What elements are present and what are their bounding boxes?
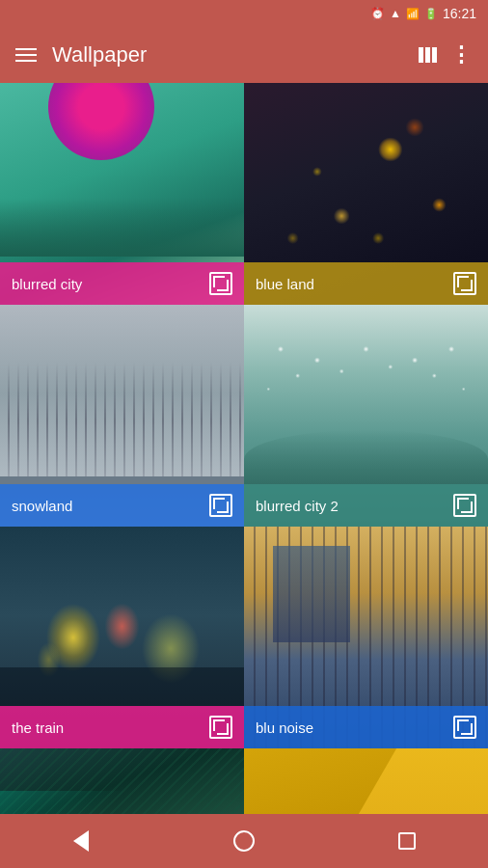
- wallpaper-name-snowland: snowland: [12, 498, 72, 514]
- recent-icon: [398, 832, 416, 850]
- wallpaper-grid: blurred city blue land snowland blurred …: [0, 83, 488, 854]
- grid-view-button[interactable]: [419, 47, 437, 63]
- expand-icon-the-train[interactable]: [209, 716, 232, 739]
- home-icon: [233, 830, 255, 852]
- alarm-icon: ⏰: [370, 7, 385, 20]
- more-options-button[interactable]: ⋮: [450, 42, 473, 68]
- label-bar-blurred-city: blurred city: [0, 262, 244, 305]
- expand-icon-blurred-city[interactable]: [209, 272, 232, 295]
- wallpaper-name-blurred-city-2: blurred city 2: [256, 498, 339, 514]
- status-time: 16:21: [443, 6, 476, 21]
- app-title: Wallpaper: [52, 42, 403, 68]
- app-bar-actions: ⋮: [419, 42, 473, 68]
- expand-icon-blurred-city-2[interactable]: [453, 494, 476, 517]
- status-bar: ⏰ ▲ 📶 🔋 16:21: [0, 0, 488, 27]
- label-bar-the-train: the train: [0, 706, 244, 748]
- expand-icon-blu-noise[interactable]: [453, 716, 476, 739]
- expand-icon-blue-land[interactable]: [453, 272, 476, 295]
- wifi-icon: ▲: [390, 7, 401, 20]
- back-icon: [73, 830, 89, 852]
- wallpaper-item-snowland[interactable]: snowland: [0, 305, 244, 527]
- hamburger-line-3: [15, 60, 37, 62]
- wallpaper-item-blu-noise[interactable]: blu noise: [244, 527, 488, 748]
- wallpaper-name-blurred-city: blurred city: [12, 276, 82, 292]
- hamburger-line-2: [15, 54, 37, 56]
- app-bar: Wallpaper ⋮: [0, 27, 488, 83]
- grid-view-icon: [419, 47, 437, 63]
- wallpaper-item-blurred-city[interactable]: blurred city: [0, 83, 244, 305]
- battery-icon: 🔋: [424, 8, 438, 20]
- label-bar-blue-land: blue land: [244, 262, 488, 305]
- hamburger-menu[interactable]: [15, 48, 37, 62]
- wallpaper-name-blu-noise: blu noise: [256, 719, 313, 736]
- wallpaper-name-the-train: the train: [12, 719, 64, 736]
- nav-home-button[interactable]: [220, 817, 268, 865]
- label-bar-blu-noise: blu noise: [244, 706, 488, 748]
- label-bar-snowland: snowland: [0, 484, 244, 527]
- wallpaper-item-blurred-city-2[interactable]: blurred city 2: [244, 305, 488, 527]
- status-icons: ⏰ ▲ 📶 🔋 16:21: [370, 6, 476, 21]
- wallpaper-item-blue-land[interactable]: blue land: [244, 83, 488, 305]
- nav-bar: [0, 814, 488, 868]
- nav-back-button[interactable]: [57, 817, 105, 865]
- wallpaper-item-the-train[interactable]: the train: [0, 527, 244, 748]
- label-bar-blurred-city-2: blurred city 2: [244, 484, 488, 527]
- wallpaper-name-blue-land: blue land: [256, 276, 314, 292]
- nav-recent-button[interactable]: [383, 817, 431, 865]
- signal-icon: 📶: [406, 8, 420, 20]
- expand-icon-snowland[interactable]: [209, 494, 232, 517]
- hamburger-line-1: [15, 48, 37, 50]
